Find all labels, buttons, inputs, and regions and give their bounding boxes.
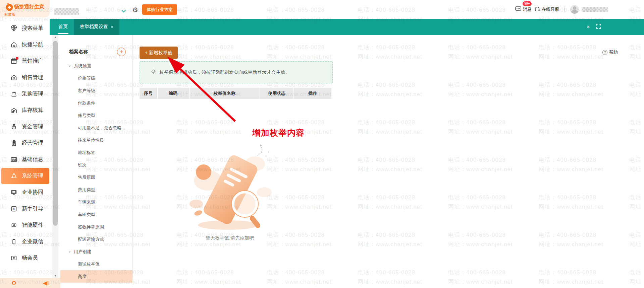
sidebar-item-系统管理[interactable]: 系统管理 <box>1 168 49 184</box>
industry-plan-button[interactable]: 体验行业方案 <box>142 4 177 15</box>
fullscreen-icon[interactable] <box>596 24 601 30</box>
sell-icon <box>10 74 17 81</box>
sidebar-item-label: 系统管理 <box>22 172 43 179</box>
sidebar-item-销售管理[interactable]: 销售管理 <box>1 69 49 86</box>
tree-item-往来单位性质[interactable]: 往来单位性质 <box>60 134 132 146</box>
settings-gear-icon[interactable]: ⚙ <box>132 6 138 14</box>
tree-group-用户创建[interactable]: ∨用户创建 <box>60 245 132 258</box>
sidebar-footer: ⚙ ◀‖ <box>0 278 60 288</box>
svg-text:新: 新 <box>13 208 15 211</box>
sidebar-item-label: 企业微信 <box>22 238 43 245</box>
sidebar-item-label: 企业协同 <box>22 189 43 196</box>
sidebar-item-畅会员[interactable]: 畅会员 <box>1 250 49 266</box>
tree-item-价格等级[interactable]: 价格等级 <box>60 72 132 84</box>
sidebar-item-库存核算[interactable]: 库存核算 <box>1 102 49 119</box>
tree-item-客户等级[interactable]: 客户等级 <box>60 84 132 97</box>
sidebar-item-label: 资金管理 <box>22 123 43 130</box>
tree-item-配送运输方式[interactable]: 配送运输方式 <box>60 233 132 245</box>
help-button[interactable]: ? 帮助 <box>602 49 618 55</box>
sidebar-item-搜索菜单[interactable]: 搜索菜单 <box>1 20 49 37</box>
help-label: 帮助 <box>609 49 618 55</box>
tree-item-付款条件[interactable]: 付款条件 <box>60 97 132 109</box>
sidebar-item-label: 搜索菜单 <box>22 25 43 32</box>
tab-enum-label: 枚举档案设置 <box>80 24 108 30</box>
sidebar-item-label: 新手引导 <box>22 205 43 212</box>
idcard-icon <box>10 156 17 163</box>
sidebar-item-智能硬件[interactable]: 智能硬件 <box>1 217 49 233</box>
tab-home[interactable]: 首页 <box>52 19 74 35</box>
archive-tree: ∨系统预置价格等级客户等级付款条件账号类型可用量不足，是否忽略...往来单位性质… <box>60 60 132 283</box>
tree-item-班次[interactable]: 班次 <box>60 159 132 171</box>
tree-item-地址标签[interactable]: 地址标签 <box>60 146 132 159</box>
sidebar-item-企业协同[interactable]: 企业协同 <box>1 184 49 201</box>
question-icon: ? <box>602 50 607 55</box>
phone-underline <box>72 17 127 17</box>
tree-item-售后原因[interactable]: 售后原因 <box>60 171 132 184</box>
brand-edition: 标准版 <box>4 12 15 17</box>
sidebar-item-采购管理[interactable]: 采购管理 <box>1 86 49 102</box>
sidebar-item-资金管理[interactable]: 资金管理 <box>1 119 49 135</box>
scroll-up-icon[interactable]: ▲ <box>52 35 58 39</box>
table-header-序号: 序号 <box>140 88 157 99</box>
scrollbar-thumb[interactable] <box>53 41 58 226</box>
brand-logo-icon <box>5 2 13 13</box>
user-name-redacted <box>582 7 608 12</box>
sidebar-item-基础信息[interactable]: 基础信息 <box>1 151 49 168</box>
add-archive-button[interactable]: + <box>117 48 126 56</box>
scroll-down-icon[interactable]: ▼ <box>52 274 58 277</box>
empty-state-text: 暂无枚举值,请先添加吧 <box>186 235 273 241</box>
add-enum-value-button[interactable]: + 新增枚举值 <box>140 47 178 59</box>
tab-enum-archive-settings[interactable]: 枚举档案设置 × <box>74 19 119 35</box>
archive-panel-title: 档案名称 <box>69 49 88 55</box>
brand-name: 畅捷通好生意 <box>14 4 44 10</box>
tree-group-label: 用户创建 <box>74 249 91 255</box>
tree-item-车辆来源[interactable]: 车辆来源 <box>60 196 132 208</box>
sidebar-item-新手引导[interactable]: 新新手引导 <box>1 201 49 217</box>
messages-button[interactable]: 消息 99+ <box>515 6 532 13</box>
tree-item-账号类型[interactable]: 账号类型 <box>60 109 132 122</box>
sidebar-item-label: 库存核算 <box>22 107 43 114</box>
bulb-icon <box>151 69 156 76</box>
close-all-tabs-icon[interactable]: × <box>587 24 590 30</box>
sidebar-item-label: 智能硬件 <box>22 222 43 229</box>
table-header-使用状态: 使用状态 <box>260 88 293 99</box>
tree-item-可用量不足，是否忽略...[interactable]: 可用量不足，是否忽略... <box>60 122 132 134</box>
sidebar-item-营销推广[interactable]: 营销推广 <box>1 53 49 69</box>
messages-label: 消息 <box>523 6 532 12</box>
tabbar-actions: × <box>587 19 601 35</box>
online-support-button[interactable]: 在线客服 <box>534 6 559 13</box>
sidebar-scrollbar[interactable]: ▲ ▼ <box>52 35 58 278</box>
tip-text: 枚举值新增成功后，须按“F5键”刷新页面或重新登录才会生效。 <box>159 69 290 75</box>
online-support-label: 在线客服 <box>542 6 559 12</box>
messages-badge: 99+ <box>523 1 532 6</box>
clipboard-icon <box>10 140 17 147</box>
table-header-枚举值名称: 枚举值名称 <box>190 88 260 99</box>
tree-item-测试枚举值[interactable]: 测试枚举值 <box>60 258 132 270</box>
footer-gear-icon[interactable]: ⚙ <box>11 280 16 286</box>
member-icon <box>10 255 17 262</box>
tree-item-费用类型[interactable]: 费用类型 <box>60 184 132 196</box>
gem-icon <box>10 25 17 32</box>
tab-close-icon[interactable]: × <box>111 24 113 29</box>
chip-icon <box>10 222 17 229</box>
user-avatar[interactable] <box>570 5 579 14</box>
sidebar-menu: 搜索菜单快捷导航营销推广销售管理采购管理库存核算资金管理经营管理基础信息系统管理… <box>0 19 50 278</box>
sidebar-item-企业微信[interactable]: 企业微信 <box>1 233 49 250</box>
sidebar-item-快捷导航[interactable]: 快捷导航 <box>1 37 49 53</box>
tree-item-高度[interactable]: 高度 <box>60 270 132 283</box>
table-header-操作: 操作 <box>294 88 331 99</box>
tree-group-label: 系统预置 <box>74 63 91 69</box>
tree-item-签收异常原因[interactable]: 签收异常原因 <box>60 221 132 233</box>
sidebar-item-label: 经营管理 <box>22 140 43 147</box>
sidebar-item-label: 销售管理 <box>22 74 43 81</box>
sidebar-item-经营管理[interactable]: 经营管理 <box>1 135 49 151</box>
monitor-icon <box>10 189 17 196</box>
system-icon <box>10 172 17 179</box>
headset-icon <box>534 6 540 13</box>
phone-dropdown-chevron[interactable] <box>121 8 126 14</box>
tree-group-系统预置[interactable]: ∨系统预置 <box>60 60 132 72</box>
wechat-icon <box>10 238 17 245</box>
tab-home-label: 首页 <box>58 24 68 30</box>
tree-item-车辆类型[interactable]: 车辆类型 <box>60 208 132 221</box>
collapse-sidebar-icon[interactable]: ◀‖ <box>43 280 50 286</box>
